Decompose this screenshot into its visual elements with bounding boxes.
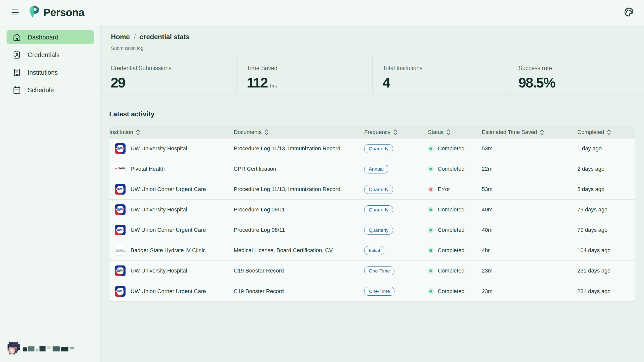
time-saved-cell: 23m xyxy=(482,288,577,295)
topbar: Persona xyxy=(0,0,644,25)
table-header-row: Institution Documents xyxy=(109,126,635,139)
menu-button[interactable] xyxy=(9,6,22,19)
status-dot xyxy=(428,227,434,233)
time-saved-cell: 22m xyxy=(482,166,577,172)
table-row[interactable]: BADGERHydrate Badger State Hydrate IV Cl… xyxy=(109,240,635,261)
column-header-estimated-time-saved[interactable]: Estimated Time Saved xyxy=(482,129,577,135)
uwh-logo: UWH xyxy=(115,225,126,235)
institution-name: UW Union Corner Urgent Care xyxy=(131,186,206,193)
sidebar-item-dashboard[interactable]: Dashboard xyxy=(7,30,94,44)
user-name-redacted xyxy=(23,343,74,353)
column-header-frequency[interactable]: Frequency xyxy=(364,129,428,135)
institution-name: Pivotal Health xyxy=(131,166,165,172)
sort-chevrons-icon xyxy=(136,129,140,135)
persona-logo-icon xyxy=(28,5,40,20)
status-label: Error xyxy=(438,186,450,193)
uwh-logo: UWH xyxy=(115,204,126,215)
institution-name: UW University Hospital xyxy=(131,267,187,274)
sidebar-item-institutions[interactable]: Institutions xyxy=(7,65,94,79)
table-row[interactable]: PivotalHEALTH Pivotal Health CPR Certifi… xyxy=(109,159,635,179)
stat-value: 4 xyxy=(383,75,390,91)
section-title: Latest activity xyxy=(109,110,644,118)
sidebar-nav: Dashboard Credentials Institutions Sched… xyxy=(0,30,100,97)
status-dot xyxy=(428,166,434,172)
time-saved-cell: 40m xyxy=(482,227,577,233)
documents-cell: CPR Certification xyxy=(234,166,364,172)
frequency-badge: Quarterly xyxy=(364,205,393,214)
main-content: Home / credential stats Submission log C… xyxy=(101,25,644,362)
institution-name: UW Union Corner Urgent Care xyxy=(131,227,206,233)
stat-label: Time Saved xyxy=(247,65,372,72)
documents-cell: Procedure Log 08/11 xyxy=(234,227,364,233)
status-label: Completed xyxy=(438,227,464,233)
stat-value: 98.5% xyxy=(518,75,555,91)
stat-card: Total Insitutions 4 xyxy=(372,56,508,95)
status-label: Completed xyxy=(438,206,464,213)
brand-name: Persona xyxy=(43,6,84,19)
sidebar-item-credentials[interactable]: Credentials xyxy=(7,48,94,62)
stat-unit: hrs xyxy=(270,83,277,89)
home-icon xyxy=(12,32,22,42)
palette-icon xyxy=(624,7,634,18)
sort-chevrons-icon xyxy=(607,129,611,135)
table-row[interactable]: UWH UW Union Corner Urgent Care Procedur… xyxy=(109,220,635,240)
time-saved-cell: 4hr xyxy=(482,247,577,254)
completed-cell: 5 days ago xyxy=(577,186,635,193)
frequency-badge: Quarterly xyxy=(364,185,393,194)
frequency-badge: Annual xyxy=(364,165,388,173)
sidebar-item-schedule[interactable]: Schedule xyxy=(7,83,94,97)
breadcrumb-current: credential stats xyxy=(140,33,190,41)
badger-logo: BADGERHydrate xyxy=(115,245,126,256)
user-avatar-pixelated xyxy=(8,342,20,354)
breadcrumb: Home / credential stats xyxy=(111,33,644,41)
stat-value: 29 xyxy=(111,75,125,91)
id-card-icon xyxy=(12,50,22,60)
user-profile[interactable] xyxy=(0,337,100,362)
documents-cell: C19 Booster Record xyxy=(234,267,364,274)
hamburger-icon xyxy=(12,10,19,15)
theme-palette-button[interactable] xyxy=(622,6,635,19)
status-dot xyxy=(428,187,434,192)
stat-card: Success rate 98.5% xyxy=(508,56,644,95)
stat-label: Total Insitutions xyxy=(383,65,508,72)
column-header-institution[interactable]: Institution xyxy=(109,129,234,135)
completed-cell: 2 days ago xyxy=(577,166,635,172)
table-row[interactable]: UWH UW University Hospital C19 Booster R… xyxy=(109,261,635,281)
breadcrumb-home[interactable]: Home xyxy=(111,33,130,41)
status-dot xyxy=(428,207,434,213)
column-header-completed[interactable]: Completed xyxy=(577,129,635,135)
table-row[interactable]: UWH UW University Hospital Procedure Log… xyxy=(109,200,635,220)
stat-label: Success rate xyxy=(518,65,644,72)
building-icon xyxy=(12,68,22,77)
sort-chevrons-icon xyxy=(447,129,450,135)
status-dot xyxy=(428,146,434,152)
frequency-badge: One-Time xyxy=(364,266,394,275)
institution-name: UW Union Corner Urgent Care xyxy=(131,288,206,295)
table-row[interactable]: UWH UW Union Corner Urgent Care Procedur… xyxy=(109,179,635,200)
column-header-documents[interactable]: Documents xyxy=(234,129,364,135)
activity-table: Institution Documents xyxy=(109,126,635,302)
sort-chevrons-icon xyxy=(393,129,397,135)
page-subtitle: Submission log xyxy=(111,46,644,51)
status-dot xyxy=(428,248,434,253)
table-row[interactable]: UWH UW University Hospital Procedure Log… xyxy=(109,139,635,159)
table-row[interactable]: UWH UW Union Corner Urgent Care C19 Boos… xyxy=(109,281,635,301)
column-header-status[interactable]: Status xyxy=(428,129,482,135)
completed-cell: 104 days ago xyxy=(577,247,635,254)
institution-name: Badger State Hydrate IV Clinic xyxy=(131,247,206,254)
status-label: Completed xyxy=(438,166,464,172)
frequency-badge: One-Time xyxy=(364,287,394,296)
frequency-badge: Quarterly xyxy=(364,144,393,153)
time-saved-cell: 53m xyxy=(482,186,577,193)
completed-cell: 79 days ago xyxy=(577,206,635,213)
documents-cell: C19 Booster Record xyxy=(234,288,364,295)
status-label: Completed xyxy=(438,247,464,254)
uwh-logo: UWH xyxy=(115,286,126,297)
status-label: Completed xyxy=(438,145,464,152)
time-saved-cell: 23m xyxy=(482,267,577,274)
time-saved-cell: 53m xyxy=(482,145,577,152)
documents-cell: Procedure Log 11/13, Immunization Record xyxy=(234,186,364,193)
completed-cell: 231 days ago xyxy=(577,267,635,274)
stats-band: Credential Submissions 29 Time Saved 112… xyxy=(101,56,644,95)
status-label: Completed xyxy=(438,288,464,295)
